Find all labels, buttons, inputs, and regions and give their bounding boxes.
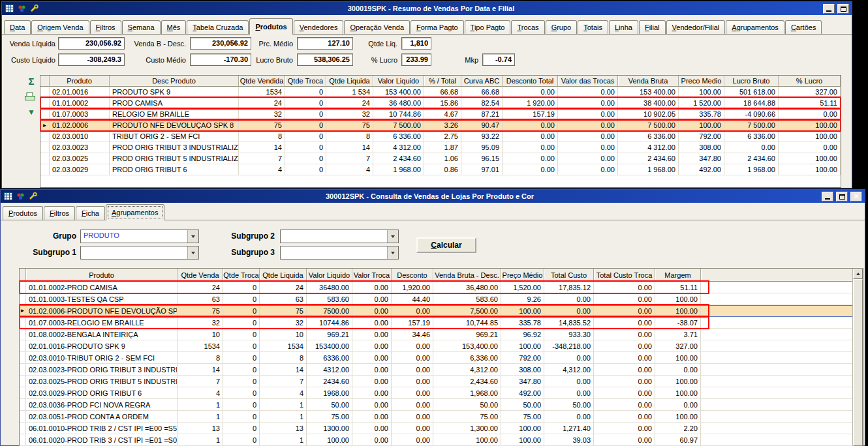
- table-row[interactable]: 02.01.0016-PRODUTO SPK 9153401534153400.…: [20, 340, 863, 352]
- app-gem-icon[interactable]: [16, 192, 25, 201]
- tab-agrupamentos[interactable]: Agrupamentos: [106, 204, 164, 220]
- column-header[interactable]: Venda Bruta: [618, 76, 679, 87]
- tab-grupo[interactable]: Grupo: [546, 20, 578, 34]
- table-row[interactable]: 02.01.0016PRODUTO SPK 9153401 534153 400…: [40, 87, 841, 98]
- dropdown-arrow-icon[interactable]: [187, 230, 198, 243]
- table-row[interactable]: 01.01.0002-PROD CAMISA2402436480.000.001…: [20, 282, 863, 293]
- table-row[interactable]: 02.03.0010TRIBUT ORIG 2 - SEM FCI8086 33…: [40, 131, 841, 142]
- tab-operação-venda[interactable]: Operação Venda: [344, 20, 410, 34]
- table-row[interactable]: 01.07.0003-RELOGIO EM BRAILLE3203210744.…: [20, 317, 863, 329]
- column-header[interactable]: Preço Médio: [501, 269, 544, 282]
- column-header[interactable]: Valor das Trocas: [558, 76, 618, 87]
- table-row[interactable]: ►01.02.0006PRODUTO NFE DEVOLUÇAO SPK 875…: [40, 120, 841, 131]
- column-header[interactable]: Produto: [50, 76, 110, 87]
- maximize-button[interactable]: [837, 4, 849, 14]
- tab-produtos[interactable]: Produtos: [249, 18, 292, 35]
- tab-semana[interactable]: Semana: [122, 20, 161, 34]
- pct-lucro-value[interactable]: 233.99: [401, 53, 431, 66]
- tab-produtos[interactable]: Produtos: [3, 206, 43, 220]
- custo-liquido-value[interactable]: -308,249.3: [58, 53, 125, 66]
- subgrupo3-combobox[interactable]: [280, 246, 399, 260]
- dropdown-arrow-icon[interactable]: [187, 246, 198, 259]
- tab-forma-pagto[interactable]: Forma Pagto: [411, 20, 464, 34]
- tab-filtros[interactable]: Filtros: [44, 206, 75, 220]
- app-gem-icon[interactable]: [17, 4, 27, 13]
- column-header[interactable]: Desconto: [392, 269, 433, 282]
- column-header[interactable]: Qtde Liquida: [260, 269, 307, 282]
- subgrupo2-combobox[interactable]: [280, 230, 399, 243]
- table-row[interactable]: 02.03.0023PROD ORIG TRIBUT 3 INDUSTRIALI…: [40, 142, 841, 153]
- table-row[interactable]: 01.08.0002-BENGALA INTEIRIÇA10010969.210…: [20, 329, 863, 340]
- column-header[interactable]: Qtde Troca: [285, 76, 326, 87]
- tab-agrupamentos[interactable]: Agrupamentos: [726, 20, 784, 34]
- tab-ficha[interactable]: Ficha: [76, 206, 105, 220]
- column-header[interactable]: Margem: [655, 269, 701, 282]
- table-row[interactable]: 01.01.0002PROD CAMISA2402436 480.0015.86…: [40, 98, 841, 109]
- mkp-value[interactable]: -0.74: [482, 53, 515, 66]
- maximize-button[interactable]: [836, 192, 848, 201]
- table-row[interactable]: 02.03.0023-PROD ORIG TRIBUT 3 INDUSTRIAL…: [20, 364, 863, 376]
- tab-mês[interactable]: Mês: [161, 20, 187, 34]
- tab-tabela-cruzada[interactable]: Tabela Cruzada: [187, 20, 249, 34]
- calcular-button[interactable]: Calcular: [416, 237, 476, 253]
- column-header[interactable]: % Lucro: [779, 76, 841, 87]
- dropdown-arrow-icon[interactable]: [387, 246, 398, 259]
- table-row[interactable]: 02.03.0029-PROD ORIG TRIBUT 64041968.000…: [20, 387, 863, 399]
- column-header[interactable]: Valor Liquido: [307, 269, 352, 282]
- column-header[interactable]: [20, 269, 26, 282]
- column-header[interactable]: Desconto Total: [503, 76, 558, 87]
- column-header[interactable]: Venda Bruta - Desc.: [433, 269, 501, 282]
- print-export-button[interactable]: [24, 91, 36, 102]
- tab-vendedores[interactable]: Vendedores: [294, 20, 344, 34]
- column-header[interactable]: % / Total: [424, 76, 461, 87]
- dropdown-arrow-icon[interactable]: [387, 230, 398, 243]
- qtde-liq-value[interactable]: 1,810: [401, 37, 431, 50]
- wrench-icon[interactable]: [28, 192, 38, 201]
- table-row[interactable]: 02.03.0010-TRIBUT ORIG 2 - SEM FCI808633…: [20, 352, 863, 364]
- column-header[interactable]: Valor Liquido: [373, 76, 424, 87]
- wrench-icon[interactable]: [29, 4, 39, 13]
- table-row[interactable]: ►01.02.0006-PRODUTO NFE DEVOLUÇÃO SPK 87…: [20, 305, 863, 317]
- table-row[interactable]: 02.03.0025PROD ORIG TRIBUT 5 INDUSTRIALI…: [40, 153, 841, 164]
- minimize-button[interactable]: [822, 192, 833, 201]
- tab-tipo-pagto[interactable]: Tipo Pagto: [465, 20, 511, 34]
- report-grid-icon[interactable]: [5, 4, 14, 13]
- tab-trocas[interactable]: Trocas: [511, 20, 544, 34]
- close-button[interactable]: ×: [850, 192, 862, 201]
- table-row[interactable]: 06.01.0020-PROD TRIB 3 / CST IPI =E01 =S…: [20, 434, 863, 446]
- scroll-up-button[interactable]: [853, 269, 863, 279]
- grupo-combobox[interactable]: PRODUTO: [80, 230, 199, 243]
- venda-liquida-value[interactable]: 230,056.92: [58, 37, 125, 50]
- column-header[interactable]: Qtde Troca: [223, 269, 260, 282]
- tab-totais[interactable]: Totais: [578, 20, 608, 34]
- report-grid-icon[interactable]: [3, 192, 13, 201]
- prc-medio-value[interactable]: 127.10: [297, 37, 353, 50]
- column-header[interactable]: Qtde Vendida: [239, 76, 285, 87]
- column-header[interactable]: Produto: [26, 269, 178, 282]
- tab-linha[interactable]: Linha: [609, 20, 638, 34]
- tab-cartões[interactable]: Cartões: [785, 20, 822, 34]
- sum-totals-button[interactable]: Σ: [25, 75, 37, 87]
- table-row[interactable]: 06.01.0010-PROD TRIB 2 / CST IPI =E00 =S…: [20, 423, 863, 434]
- titlebar-top[interactable]: 300019SPK - Resumo de Vendas Por Data e …: [2, 2, 852, 15]
- move-down-button[interactable]: ▼: [25, 106, 37, 118]
- table-row[interactable]: 02.03.0029PROD ORIG TRIBUT 64041 968.000…: [40, 164, 841, 175]
- table-row[interactable]: 01.01.0003-TESTES QA CSP63063583.600.004…: [20, 293, 863, 305]
- scrollbar-thumb[interactable]: [853, 279, 863, 446]
- tab-data[interactable]: Data: [4, 20, 31, 34]
- tab-filial[interactable]: Filial: [639, 20, 666, 34]
- table-row[interactable]: 02.03.0036-PROD FCI NOVA REGRA10150.000.…: [20, 399, 863, 411]
- vertical-scrollbar[interactable]: [852, 269, 863, 446]
- custo-medio-value[interactable]: -170.30: [190, 53, 251, 66]
- column-header[interactable]: Desc Produto: [110, 76, 239, 87]
- tab-vendedor-filial[interactable]: Vendedor/Filial: [666, 20, 726, 34]
- column-header[interactable]: [40, 76, 50, 87]
- column-header[interactable]: Total Custo: [544, 269, 594, 282]
- column-header[interactable]: Qtde Venda: [178, 269, 223, 282]
- titlebar-bottom[interactable]: 300012SPK - Consulta de Vendas de Lojas …: [1, 190, 865, 203]
- tab-filtros[interactable]: Filtros: [90, 20, 121, 34]
- column-header[interactable]: Qtde Liquida: [326, 76, 373, 87]
- column-header[interactable]: Lucro Bruto: [724, 76, 779, 87]
- subgrupo1-combobox[interactable]: [80, 246, 199, 260]
- tab-origem-venda[interactable]: Origem Venda: [31, 20, 89, 34]
